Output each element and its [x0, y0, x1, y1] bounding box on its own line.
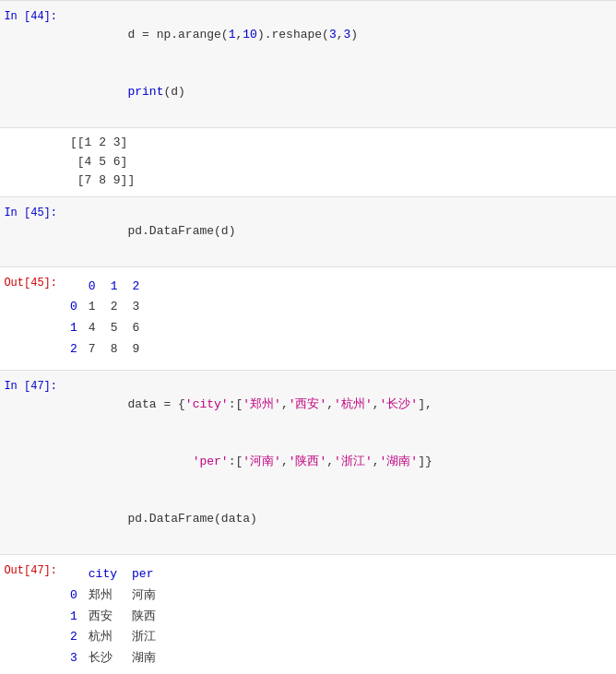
table-cell: 长沙 — [89, 648, 132, 669]
cell-in47: In [47]: data = {'city':['郑州','西安','杭州',… — [0, 370, 616, 554]
col-header — [70, 277, 89, 298]
table-cell: 1 — [89, 297, 111, 318]
col-header: 1 — [111, 277, 133, 298]
table-cell: 7 — [89, 339, 111, 361]
cell-output-44: [[1 2 3] [4 5 6] [7 8 9]] — [63, 128, 616, 196]
col-header: 2 — [132, 277, 154, 298]
output-table-45: 0 1 2 0 1 2 3 1 4 5 6 2 7 — [70, 277, 154, 361]
cell-in44: In [44]: d = np.arange(1,10).reshape(3,3… — [0, 0, 616, 127]
cell-label-in45: In [45]: — [0, 197, 63, 266]
code-line: pd.DataFrame(d) — [70, 203, 609, 260]
table-cell: 陕西 — [132, 607, 171, 628]
code-line: pd.DataFrame(data) — [70, 491, 609, 549]
row-index: 0 — [70, 585, 89, 607]
table-cell: 西安 — [89, 607, 132, 628]
code-line: data = {'city':['郑州','西安','杭州','长沙'], — [70, 376, 609, 433]
code-line: print(d) — [70, 64, 609, 121]
row-index: 1 — [70, 318, 89, 339]
table-cell: 郑州 — [89, 585, 132, 607]
table-cell: 湖南 — [132, 648, 171, 669]
cell-out44: [[1 2 3] [4 5 6] [7 8 9]] — [0, 127, 616, 196]
output-table-47: city per 0 郑州 河南 1 西安 陕西 2 杭州 浙江 — [70, 564, 171, 669]
table-cell: 5 — [111, 318, 133, 339]
cell-code-in45: pd.DataFrame(d) — [63, 197, 616, 266]
cell-label-out45: Out[45]: — [0, 267, 63, 370]
cell-out45: Out[45]: 0 1 2 0 1 2 3 1 4 5 — [0, 266, 616, 370]
table-cell: 杭州 — [89, 627, 132, 648]
row-index: 3 — [70, 648, 89, 669]
cell-label-in47: In [47]: — [0, 371, 63, 554]
table-cell: 6 — [132, 318, 154, 339]
cell-label-out44 — [0, 128, 63, 196]
cell-in45: In [45]: pd.DataFrame(d) — [0, 196, 616, 266]
cell-label-in44: In [44]: — [0, 1, 63, 127]
cell-output-47: city per 0 郑州 河南 1 西安 陕西 2 杭州 浙江 — [63, 555, 616, 674]
plain-output-44: [[1 2 3] [4 5 6] [7 8 9]] — [70, 134, 609, 191]
notebook: In [44]: d = np.arange(1,10).reshape(3,3… — [0, 0, 616, 674]
col-header-empty — [70, 564, 89, 585]
cell-label-out47: Out[47]: — [0, 555, 63, 674]
table-cell: 9 — [132, 339, 154, 361]
table-cell: 河南 — [132, 585, 171, 607]
table-cell: 3 — [132, 297, 154, 318]
code-line: 'per':['河南','陕西','浙江','湖南']} — [70, 433, 609, 491]
cell-out47: Out[47]: city per 0 郑州 河南 1 西安 陕西 — [0, 554, 616, 674]
row-index: 2 — [70, 339, 89, 361]
table-cell: 4 — [89, 318, 111, 339]
code-line: d = np.arange(1,10).reshape(3,3) — [70, 6, 609, 64]
cell-code-in44: d = np.arange(1,10).reshape(3,3) print(d… — [63, 1, 616, 127]
cell-output-45: 0 1 2 0 1 2 3 1 4 5 6 2 7 — [63, 267, 616, 370]
col-header-per: per — [132, 564, 171, 585]
row-index: 0 — [70, 297, 89, 318]
row-index: 2 — [70, 627, 89, 648]
cell-code-in47: data = {'city':['郑州','西安','杭州','长沙'], 'p… — [63, 371, 616, 554]
col-header-city: city — [89, 564, 132, 585]
table-cell: 8 — [111, 339, 133, 361]
table-cell: 2 — [111, 297, 133, 318]
col-header: 0 — [89, 277, 111, 298]
row-index: 1 — [70, 607, 89, 628]
table-cell: 浙江 — [132, 627, 171, 648]
